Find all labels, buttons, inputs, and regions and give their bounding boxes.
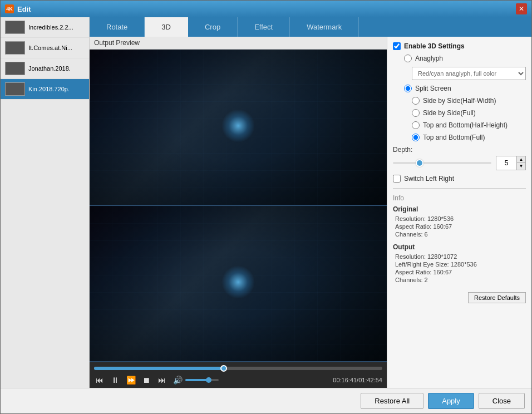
close-button[interactable]: Close bbox=[479, 393, 525, 409]
app-icon: 4K bbox=[5, 4, 14, 13]
sidebar-label-0: Incredibles.2.2... bbox=[28, 24, 73, 31]
side-by-side-full-radio[interactable] bbox=[412, 109, 420, 117]
pause-button[interactable]: ⏸ bbox=[110, 374, 121, 386]
enable-3d-checkbox[interactable] bbox=[393, 42, 401, 50]
sidebar: Incredibles.2.2... It.Comes.at.Ni... Jon… bbox=[1, 17, 90, 388]
output-eye-size: Left/Right Eye Size: 1280*536 bbox=[395, 261, 526, 268]
original-title: Original bbox=[393, 205, 526, 213]
top-bottom-half-radio[interactable] bbox=[412, 121, 420, 129]
output-channels: Channels: 2 bbox=[395, 277, 526, 283]
side-by-side-half-radio[interactable] bbox=[412, 97, 420, 105]
original-aspect: Aspect Ratio: 160:67 bbox=[395, 223, 526, 230]
stop-button[interactable]: ⏹ bbox=[141, 374, 152, 386]
preview-label: Output Preview bbox=[90, 37, 387, 50]
fast-forward-button[interactable]: ⏩ bbox=[125, 374, 136, 386]
content-area: Rotate 3D Crop Effect Watermark Output P… bbox=[90, 17, 531, 388]
original-channels: Channels: 6 bbox=[395, 231, 526, 238]
volume-icon[interactable]: 🔊 bbox=[172, 374, 183, 386]
window-title: Edit bbox=[17, 5, 31, 13]
info-header: Info bbox=[393, 194, 526, 202]
restore-defaults-button[interactable]: Restore Defaults bbox=[468, 292, 526, 303]
split-screen-label: Split Screen bbox=[415, 85, 451, 92]
depth-increment-button[interactable]: ▲ bbox=[516, 156, 525, 163]
frame-glow-top bbox=[221, 109, 255, 142]
video-frames bbox=[90, 50, 387, 362]
output-aspect: Aspect Ratio: 160:67 bbox=[395, 269, 526, 275]
video-frame-top bbox=[90, 50, 387, 206]
sidebar-item-1[interactable]: It.Comes.at.Ni... bbox=[1, 38, 89, 58]
top-bottom-half-label: Top and Bottom(Half-Height) bbox=[423, 121, 508, 129]
window-close-button[interactable]: ✕ bbox=[516, 3, 527, 14]
sidebar-item-2[interactable]: Jonathan.2018. bbox=[1, 58, 89, 79]
tab-crop[interactable]: Crop bbox=[188, 17, 238, 37]
sidebar-label-3: Kin.2018.720p. bbox=[28, 86, 70, 92]
volume-section: 🔊 bbox=[172, 374, 219, 386]
enable-3d-label: Enable 3D Settings bbox=[404, 42, 465, 50]
split-screen-row: Split Screen bbox=[404, 85, 526, 92]
original-resolution: Resolution: 1280*536 bbox=[395, 215, 526, 222]
depth-slider[interactable] bbox=[393, 162, 491, 164]
top-bottom-full-label: Top and Bottom(Full) bbox=[423, 134, 485, 141]
anaglyph-radio[interactable] bbox=[404, 55, 412, 62]
enable-3d-row: Enable 3D Settings bbox=[393, 42, 526, 50]
tab-effect[interactable]: Effect bbox=[238, 17, 290, 37]
main-layout: Incredibles.2.2... It.Comes.at.Ni... Jon… bbox=[1, 17, 531, 388]
depth-section: Depth: ▲ ▼ bbox=[393, 146, 526, 170]
tab-rotate[interactable]: Rotate bbox=[90, 17, 145, 37]
depth-decrement-button[interactable]: ▼ bbox=[516, 163, 525, 170]
video-controls: ⏮ ⏸ ⏩ ⏹ ⏭ 🔊 bbox=[90, 362, 387, 388]
info-section: Info Original Resolution: 1280*536 Aspec… bbox=[393, 194, 526, 283]
frame-glow-bottom bbox=[221, 265, 255, 299]
seek-start-button[interactable]: ⏮ bbox=[94, 374, 105, 386]
switch-left-right-label: Switch Left Right bbox=[404, 175, 454, 183]
preview-panel: Output Preview bbox=[90, 37, 387, 388]
volume-bar[interactable] bbox=[185, 379, 219, 381]
apply-button[interactable]: Apply bbox=[428, 393, 474, 409]
divider-1 bbox=[393, 188, 526, 189]
progress-thumb bbox=[220, 365, 227, 372]
progress-bar-container bbox=[94, 364, 382, 372]
sidebar-thumb-2 bbox=[5, 62, 25, 75]
output-section: Output Resolution: 1280*1072 Left/Right … bbox=[393, 243, 526, 283]
title-bar-left: 4K Edit bbox=[5, 4, 31, 13]
bottom-bar: Restore All Apply Close bbox=[1, 388, 531, 413]
edit-window: 4K Edit ✕ Incredibles.2.2... It.Comes.at… bbox=[0, 0, 532, 414]
depth-label: Depth: bbox=[393, 146, 526, 154]
volume-fill bbox=[185, 379, 209, 381]
sidebar-label-1: It.Comes.at.Ni... bbox=[28, 45, 72, 51]
progress-fill bbox=[94, 367, 224, 370]
output-title: Output bbox=[393, 243, 526, 251]
sidebar-thumb-0 bbox=[5, 21, 25, 34]
anaglyph-row: Anaglyph bbox=[404, 55, 526, 62]
sidebar-label-2: Jonathan.2018. bbox=[28, 65, 71, 72]
top-bottom-full-row: Top and Bottom(Full) bbox=[412, 134, 526, 141]
anaglyph-select-container: Red/cyan anaglyph, full color bbox=[412, 67, 526, 80]
side-by-side-full-label: Side by Side(Full) bbox=[423, 109, 476, 117]
seek-end-button[interactable]: ⏭ bbox=[156, 374, 168, 386]
side-by-side-full-row: Side by Side(Full) bbox=[412, 109, 526, 117]
sidebar-item-0[interactable]: Incredibles.2.2... bbox=[1, 17, 89, 38]
split-screen-radio[interactable] bbox=[404, 85, 412, 92]
top-bottom-half-row: Top and Bottom(Half-Height) bbox=[412, 121, 526, 129]
tab-watermark[interactable]: Watermark bbox=[290, 17, 359, 37]
side-by-side-half-row: Side by Side(Half-Width) bbox=[412, 97, 526, 105]
switch-left-right-checkbox[interactable] bbox=[393, 175, 401, 183]
depth-input[interactable] bbox=[496, 158, 516, 168]
depth-spinners: ▲ ▼ bbox=[516, 156, 525, 170]
transport-controls: ⏮ ⏸ ⏩ ⏹ ⏭ 🔊 bbox=[94, 374, 382, 386]
time-display: 00:16:41/01:42:54 bbox=[333, 377, 382, 383]
progress-bar[interactable] bbox=[94, 367, 382, 370]
sidebar-item-3[interactable]: Kin.2018.720p. bbox=[1, 79, 89, 100]
depth-row: ▲ ▼ bbox=[393, 156, 526, 170]
tab-3d[interactable]: 3D bbox=[145, 17, 188, 37]
restore-all-button[interactable]: Restore All bbox=[361, 393, 423, 409]
anaglyph-select[interactable]: Red/cyan anaglyph, full color bbox=[412, 67, 526, 80]
output-resolution: Resolution: 1280*1072 bbox=[395, 253, 526, 260]
title-bar: 4K Edit ✕ bbox=[1, 1, 531, 17]
volume-thumb bbox=[206, 377, 211, 383]
switch-left-right-row: Switch Left Right bbox=[393, 175, 526, 183]
depth-input-group: ▲ ▼ bbox=[496, 156, 526, 170]
top-bottom-full-radio[interactable] bbox=[412, 134, 420, 141]
sidebar-thumb-1 bbox=[5, 41, 25, 55]
side-by-side-half-label: Side by Side(Half-Width) bbox=[423, 97, 496, 105]
